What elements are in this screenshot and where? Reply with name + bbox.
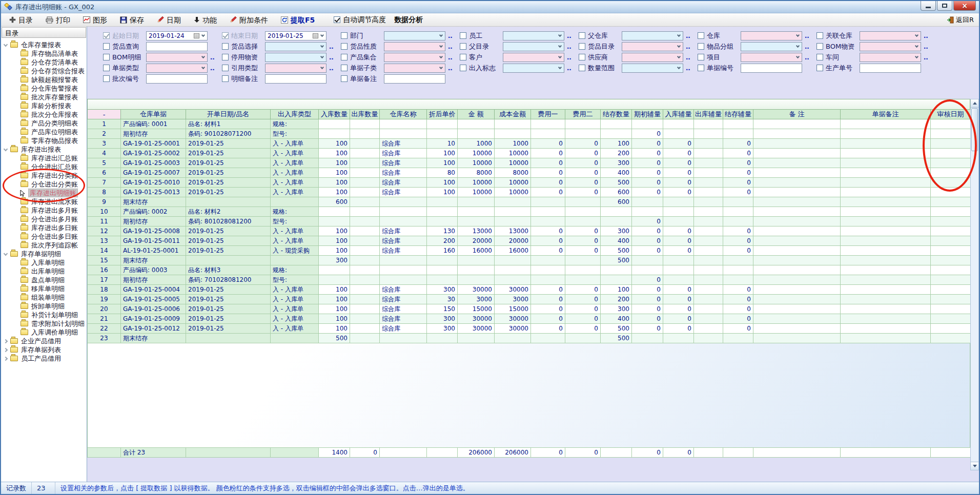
goods-nature-combo[interactable] — [384, 42, 445, 51]
cell-fee2[interactable]: 0 — [565, 149, 601, 158]
cell-init-aux[interactable]: 0 — [632, 178, 663, 188]
batch-number-input[interactable] — [146, 74, 208, 84]
cell-in-aux[interactable]: 0 — [663, 168, 694, 178]
cell-date-name[interactable]: 2019-01-25 — [186, 149, 271, 158]
cell-fee2[interactable]: 0 — [565, 295, 601, 304]
combo-arrow-icon[interactable] — [556, 53, 564, 61]
bom-detail-checkbox[interactable] — [103, 54, 110, 60]
cell-init-aux[interactable]: 0 — [632, 246, 663, 256]
column-header-warehouse[interactable]: 仓库名称 — [380, 110, 427, 119]
cell-cost[interactable] — [495, 334, 531, 343]
doc-type-combo[interactable] — [146, 64, 208, 73]
cell-fee2[interactable]: 0 — [565, 139, 601, 149]
cell-row-num[interactable]: 5 — [88, 158, 121, 168]
parent-warehouse-checkbox[interactable] — [579, 32, 585, 39]
tree-item[interactable]: 分仓库告警报表 — [1, 84, 87, 93]
cell-qty-in[interactable]: 100 — [319, 295, 350, 304]
combo-arrow-icon[interactable] — [318, 64, 326, 72]
cell-balance-aux[interactable]: 0 — [723, 324, 753, 334]
cell-doc-remark[interactable] — [841, 178, 931, 188]
cell-qty-in[interactable] — [319, 217, 350, 226]
toolbar-button-fetch[interactable]: 提取F5 — [278, 16, 318, 24]
cell-io-type[interactable]: 入 - 入库单 — [271, 236, 319, 246]
cell-qty-in[interactable]: 100 — [319, 149, 350, 158]
cell-in-aux[interactable]: 0 — [663, 285, 694, 295]
cell-qty-out[interactable] — [350, 226, 380, 236]
combo-arrow-icon[interactable] — [794, 53, 802, 61]
tree-item[interactable]: 移库单明细 — [1, 284, 87, 293]
cell-balance-aux[interactable]: 0 — [723, 226, 753, 236]
cell-qty-in[interactable]: 100 — [319, 168, 350, 178]
cell-qty-out[interactable] — [350, 314, 380, 324]
cell-io-type[interactable]: 型号: — [271, 217, 319, 226]
cell-doc-remark[interactable] — [841, 149, 931, 158]
cell-row-num[interactable]: 14 — [88, 246, 121, 256]
cell-warehouse[interactable]: 综合库 — [380, 236, 427, 246]
cell-audit-date[interactable] — [931, 119, 971, 129]
cell-remark[interactable] — [753, 129, 841, 139]
detail-remark-input[interactable] — [265, 74, 326, 84]
toolbar-button-extra-conditions[interactable]: 附加条件 — [227, 16, 271, 24]
cell-audit-date[interactable] — [931, 314, 971, 324]
cell-doc-remark[interactable] — [841, 324, 931, 334]
cell-remark[interactable] — [753, 295, 841, 304]
cell-balance-aux[interactable]: 0 — [723, 168, 753, 178]
cell-init-aux[interactable]: 0 — [632, 304, 663, 314]
cell-date-name[interactable]: 2019-01-25 — [186, 158, 271, 168]
cell-audit-date[interactable] — [931, 265, 971, 275]
cell-cost[interactable]: 10000 — [495, 178, 531, 188]
cell-date-name[interactable] — [186, 334, 271, 343]
cell-date-name[interactable]: 条码: 901028071200 — [186, 129, 271, 139]
cell-unit-price[interactable] — [427, 334, 458, 343]
cell-audit-date[interactable] — [931, 149, 971, 158]
combo-arrow-icon[interactable] — [675, 32, 683, 40]
employee-more-button[interactable]: ‥ — [567, 32, 573, 39]
cell-init-aux[interactable]: 0 — [632, 314, 663, 324]
cell-qty-out[interactable] — [350, 265, 380, 275]
tree-item[interactable]: 组装单明细 — [1, 293, 87, 302]
cell-init-aux[interactable] — [632, 119, 663, 129]
cell-balance-aux[interactable]: 0 — [723, 314, 753, 324]
cell-amount[interactable] — [458, 207, 495, 217]
cell-fee1[interactable] — [531, 334, 565, 343]
cell-cost[interactable]: 16000 — [495, 246, 531, 256]
cell-balance-qty[interactable] — [601, 119, 632, 129]
cell-fee2[interactable] — [565, 334, 601, 343]
cell-doc[interactable]: GA-19-01-25-0006 — [121, 304, 186, 314]
cell-doc[interactable]: AL-19-01-25-0001 — [121, 246, 186, 256]
toolbar-button-save[interactable]: 保存 — [117, 16, 147, 24]
cell-out-aux[interactable] — [694, 314, 723, 324]
calendar-dropdown-button[interactable] — [318, 32, 326, 40]
cell-date-name[interactable] — [186, 197, 271, 207]
cell-unit-price[interactable]: 100 — [427, 178, 458, 188]
cell-init-aux[interactable]: 0 — [632, 217, 663, 226]
cell-doc[interactable]: 产品编码: 0003 — [121, 265, 186, 275]
cell-io-type[interactable]: 规格: — [271, 119, 319, 129]
tree-group[interactable]: 库存单据列表 — [1, 345, 87, 354]
cell-qty-out[interactable] — [350, 256, 380, 265]
cell-fee1[interactable] — [531, 256, 565, 265]
toolbar-button-function[interactable]: 功能 — [191, 16, 220, 24]
cell-init-aux[interactable]: 0 — [632, 226, 663, 236]
cell-warehouse[interactable] — [380, 334, 427, 343]
cell-remark[interactable] — [753, 178, 841, 188]
cell-row-num[interactable]: 12 — [88, 226, 121, 236]
cell-remark[interactable] — [753, 139, 841, 149]
cell-unit-price[interactable]: 160 — [427, 246, 458, 256]
cell-amount[interactable]: 10000 — [458, 188, 495, 197]
cell-amount[interactable]: 30000 — [458, 285, 495, 295]
cell-audit-date[interactable] — [931, 158, 971, 168]
cell-out-aux[interactable] — [694, 236, 723, 246]
cell-in-aux[interactable]: 0 — [663, 246, 694, 256]
cell-qty-out[interactable] — [350, 275, 380, 285]
cell-amount[interactable] — [458, 265, 495, 275]
warehouse-checkbox[interactable] — [698, 32, 704, 39]
cell-balance-aux[interactable]: 0 — [723, 236, 753, 246]
cell-fee2[interactable] — [565, 256, 601, 265]
cell-io-type[interactable]: 入 - 入库单 — [271, 168, 319, 178]
cell-io-type[interactable]: 型号: — [271, 129, 319, 139]
inout-flag-combo[interactable] — [503, 64, 564, 73]
cell-fee2[interactable]: 0 — [565, 304, 601, 314]
cell-in-aux[interactable] — [663, 207, 694, 217]
toolbar-button-date[interactable]: 日期 — [154, 16, 184, 24]
